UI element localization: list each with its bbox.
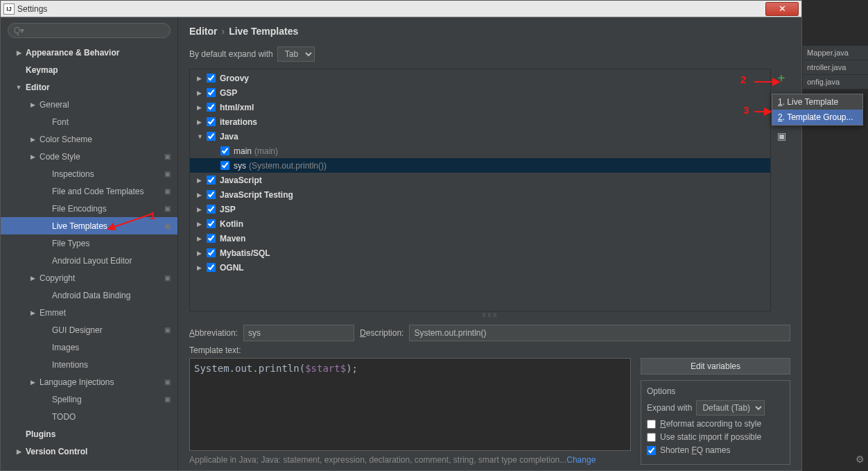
close-icon: ✕: [779, 3, 786, 14]
popup-template-group[interactable]: 2. Template Group...: [772, 110, 862, 125]
add-popup-menu: 1. Live Template 2. Template Group...: [772, 94, 863, 126]
group-checkbox[interactable]: [207, 248, 216, 257]
expand-with-select[interactable]: Default (Tab): [696, 400, 765, 416]
editor-tab[interactable]: Mapper.java: [803, 46, 868, 60]
project-settings-icon: ▣: [164, 222, 171, 230]
group-checkbox[interactable]: [207, 132, 216, 141]
project-settings-icon: ▣: [164, 395, 171, 403]
sidebar-item[interactable]: ▶Font: [1, 113, 177, 130]
sidebar-item[interactable]: ▶Plugins: [1, 425, 177, 443]
sidebar-item[interactable]: ▶General: [1, 96, 177, 113]
reformat-checkbox[interactable]: [647, 420, 656, 429]
sidebar-item[interactable]: ▶Live Templates▣: [1, 217, 177, 234]
template-group[interactable]: ▶JSP: [190, 202, 770, 216]
sidebar-item[interactable]: ▶File Encodings▣: [1, 200, 177, 217]
sidebar-item[interactable]: ▶Android Data Binding: [1, 286, 177, 304]
shorten-fq-label: Shorten FQ names: [660, 445, 730, 455]
sidebar-item[interactable]: ▶File and Code Templates▣: [1, 182, 177, 200]
template-item[interactable]: sys(System.out.println()): [190, 158, 770, 173]
default-expand-select[interactable]: Tab: [277, 46, 315, 62]
sidebar-item[interactable]: ▶Appearance & Behavior: [1, 44, 177, 61]
settings-sidebar: ▶Appearance & Behavior▶Keymap▼Editor▶Gen…: [1, 17, 178, 470]
template-text-label: Template text:: [189, 345, 790, 355]
default-expand-label: By default expand with: [189, 49, 273, 59]
sidebar-item[interactable]: ▶Keymap: [1, 61, 177, 78]
sidebar-item[interactable]: ▶Language Injections▣: [1, 373, 177, 391]
sidebar-item[interactable]: ▼Editor: [1, 78, 177, 96]
group-checkbox[interactable]: [207, 190, 216, 199]
static-import-checkbox[interactable]: [647, 433, 656, 442]
sidebar-item[interactable]: ▶TODO: [1, 408, 177, 425]
shorten-fq-checkbox[interactable]: [647, 446, 656, 455]
applicable-contexts: Applicable in Java; Java: statement, exp…: [189, 455, 631, 465]
project-settings-icon: ▣: [164, 187, 171, 195]
group-checkbox[interactable]: [207, 74, 216, 83]
settings-main: Editor›Live Templates By default expand …: [178, 17, 801, 470]
static-import-label: Use static import if possible: [660, 432, 761, 442]
template-group[interactable]: ▶JavaScript: [190, 173, 770, 187]
sidebar-item[interactable]: ▶Spelling▣: [1, 391, 177, 408]
sidebar-item[interactable]: ▶File Types: [1, 234, 177, 252]
template-group[interactable]: ▶OGNL: [190, 260, 770, 275]
expand-with-label: Expand with: [647, 403, 692, 413]
group-checkbox[interactable]: [207, 117, 216, 126]
template-group[interactable]: ▶Mybatis/SQL: [190, 246, 770, 260]
template-group[interactable]: ▶Kotlin: [190, 216, 770, 231]
template-group[interactable]: ▶iterations: [190, 114, 770, 129]
group-checkbox[interactable]: [207, 234, 216, 243]
close-button[interactable]: ✕: [765, 2, 799, 16]
settings-tree[interactable]: ▶Appearance & Behavior▶Keymap▼Editor▶Gen…: [1, 44, 177, 470]
template-group[interactable]: ▶html/xml: [190, 100, 770, 114]
editor-tab[interactable]: ntroller.java: [803, 60, 868, 75]
sidebar-item[interactable]: ▶Emmet: [1, 304, 177, 321]
resize-grip[interactable]: ⠿⠿⠿: [189, 313, 790, 319]
edit-variables-button[interactable]: Edit variables: [641, 358, 790, 375]
sidebar-item[interactable]: ▶Intentions: [1, 356, 177, 373]
search-input[interactable]: [8, 23, 171, 38]
group-checkbox[interactable]: [207, 103, 216, 112]
sidebar-item[interactable]: ▶Android Layout Editor: [1, 252, 177, 269]
sidebar-item[interactable]: ▶Inspections▣: [1, 165, 177, 182]
change-contexts-link[interactable]: Change: [566, 455, 596, 465]
options-title: Options: [647, 386, 784, 396]
titlebar: IJ Settings ✕: [1, 1, 801, 17]
abbreviation-input[interactable]: [243, 325, 354, 341]
project-settings-icon: ▣: [164, 274, 171, 282]
restore-button[interactable]: ▣: [774, 128, 789, 144]
template-groups-list[interactable]: ▶Groovy▶GSP▶html/xml▶iterations▼Javamain…: [189, 69, 771, 311]
project-settings-icon: ▣: [164, 205, 171, 212]
group-checkbox[interactable]: [207, 88, 216, 97]
template-checkbox[interactable]: [220, 146, 229, 155]
app-icon: IJ: [3, 3, 15, 15]
group-checkbox[interactable]: [207, 205, 216, 214]
sidebar-item[interactable]: ▶Color Scheme: [1, 130, 177, 148]
reformat-label: Reformat according to style: [660, 419, 761, 429]
window-title: Settings: [17, 4, 47, 14]
group-checkbox[interactable]: [207, 263, 216, 272]
add-button[interactable]: ＋: [774, 70, 789, 85]
template-group[interactable]: ▶GSP: [190, 85, 770, 100]
template-group[interactable]: ▼Java: [190, 129, 770, 144]
editor-tab[interactable]: onfig.java: [803, 75, 868, 89]
template-group[interactable]: ▶JavaScript Testing: [190, 187, 770, 202]
sidebar-item[interactable]: ▶GUI Designer▣: [1, 321, 177, 339]
group-checkbox[interactable]: [207, 175, 216, 185]
template-checkbox[interactable]: [220, 161, 229, 170]
template-text-editor[interactable]: System.out.println($start$);: [189, 358, 631, 451]
gear-icon[interactable]: ⚙: [856, 454, 865, 465]
description-input[interactable]: [409, 325, 790, 341]
sidebar-item[interactable]: ▶Images: [1, 339, 177, 356]
sidebar-item[interactable]: ▶Version Control: [1, 443, 177, 460]
template-item[interactable]: main(main): [190, 144, 770, 158]
options-panel: Options Expand with Default (Tab) Reform…: [641, 380, 790, 465]
sidebar-item[interactable]: ▶Copyright▣: [1, 269, 177, 286]
group-checkbox[interactable]: [207, 219, 216, 228]
popup-live-template[interactable]: 1. Live Template: [772, 94, 862, 110]
template-group[interactable]: ▶Maven: [190, 231, 770, 246]
template-group[interactable]: ▶Groovy: [190, 71, 770, 85]
sidebar-item[interactable]: ▶Code Style▣: [1, 148, 177, 165]
project-settings-icon: ▣: [164, 378, 171, 386]
settings-dialog: IJ Settings ✕ ▶Appearance & Behavior▶Key…: [0, 0, 802, 471]
abbreviation-label: Abbreviation:: [189, 328, 238, 338]
project-settings-icon: ▣: [164, 153, 171, 160]
